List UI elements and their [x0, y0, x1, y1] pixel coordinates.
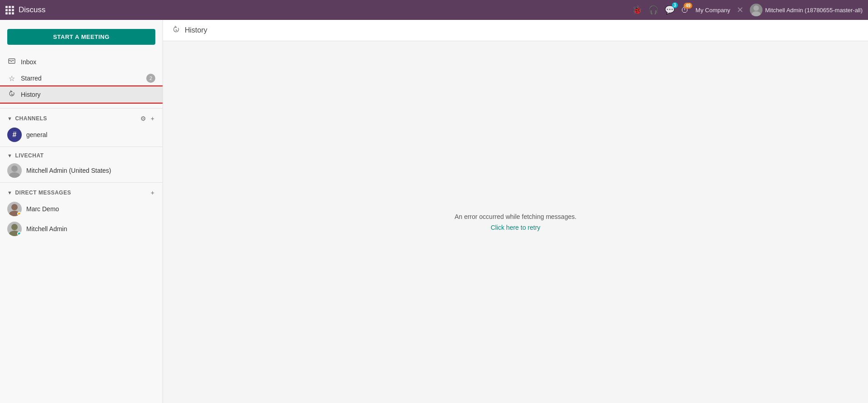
- content-header: History: [163, 20, 868, 41]
- topbar-right: 🐞 🎧 💬 3 ⏱ 49 My Company ✕ Mitchell Admin…: [632, 4, 863, 16]
- app-title: Discuss: [19, 5, 46, 14]
- livechat-chevron-icon: ▼: [7, 153, 12, 158]
- dm-actions: +: [150, 188, 155, 197]
- history-icon: [7, 90, 16, 99]
- main-container: START A MEETING Inbox ☆ Starred 2: [0, 20, 868, 403]
- livechat-section-header: ▼ LIVECHAT: [0, 149, 163, 161]
- channel-item-general[interactable]: # general: [0, 125, 163, 145]
- marc-demo-avatar: [7, 202, 22, 216]
- content-body: An error occurred while fetching message…: [163, 41, 868, 403]
- mitchell-admin-status: [17, 232, 21, 236]
- page-title: History: [185, 26, 207, 34]
- general-channel-avatar: #: [7, 128, 22, 142]
- apps-grid-icon[interactable]: [5, 6, 14, 14]
- error-message: An error occurred while fetching message…: [455, 213, 576, 220]
- svg-point-1: [752, 11, 761, 16]
- sidebar-top: START A MEETING: [0, 20, 163, 50]
- sidebar-item-history[interactable]: History: [0, 86, 163, 103]
- svg-point-0: [753, 5, 759, 11]
- sidebar-divider-2: [0, 147, 163, 147]
- topbar-left: Discuss: [5, 5, 628, 14]
- dm-chevron-icon: ▼: [7, 190, 12, 195]
- svg-point-7: [11, 204, 18, 210]
- channels-settings-button[interactable]: ⚙: [139, 114, 147, 123]
- company-name: My Company: [695, 7, 730, 14]
- marc-demo-label: Marc Demo: [26, 205, 59, 213]
- clock-badge: 49: [684, 3, 692, 9]
- topbar-separator: ✕: [737, 5, 743, 15]
- svg-point-9: [11, 224, 18, 230]
- retry-link[interactable]: Click here to retry: [491, 224, 541, 231]
- clock-icon[interactable]: ⏱ 49: [681, 5, 689, 15]
- channels-label: CHANNELS: [15, 115, 47, 122]
- starred-label: Starred: [21, 75, 42, 82]
- mitchell-admin-avatar: [7, 222, 22, 236]
- svg-point-6: [9, 172, 20, 178]
- start-meeting-button[interactable]: START A MEETING: [7, 29, 155, 45]
- history-page-icon: [172, 25, 180, 35]
- bug-icon[interactable]: 🐞: [632, 5, 642, 15]
- sidebar-divider-1: [0, 108, 163, 109]
- dm-section-header: ▼ DIRECT MESSAGES +: [0, 185, 163, 199]
- inbox-icon: [7, 57, 16, 66]
- channels-section-header: ▼ CHANNELS ⚙ +: [0, 110, 163, 125]
- channels-actions: ⚙ +: [139, 114, 155, 123]
- sidebar-nav: Inbox ☆ Starred 2 History: [0, 50, 163, 106]
- chat-badge: 3: [672, 2, 678, 8]
- user-avatar: [750, 4, 762, 16]
- svg-point-5: [11, 166, 18, 172]
- dm-label: DIRECT MESSAGES: [15, 190, 71, 196]
- channels-chevron-icon: ▼: [7, 116, 12, 121]
- mitchell-admin-label: Mitchell Admin: [26, 225, 67, 232]
- sidebar-item-starred[interactable]: ☆ Starred 2: [0, 70, 163, 86]
- marc-demo-status: [17, 212, 21, 216]
- content-area: History An error occurred while fetching…: [163, 20, 868, 403]
- dm-item-mitchell-admin[interactable]: Mitchell Admin: [0, 219, 163, 239]
- sidebar-divider-3: [0, 182, 163, 183]
- dm-item-marc-demo[interactable]: Marc Demo: [0, 199, 163, 219]
- dm-add-button[interactable]: +: [150, 188, 155, 197]
- user-name: Mitchell Admin (18780655-master-all): [765, 7, 863, 14]
- mitchell-us-label: Mitchell Admin (United States): [26, 167, 111, 174]
- channels-add-button[interactable]: +: [150, 114, 155, 123]
- support-icon[interactable]: 🎧: [648, 5, 658, 15]
- livechat-label: LIVECHAT: [15, 152, 43, 159]
- user-info[interactable]: Mitchell Admin (18780655-master-all): [750, 4, 863, 16]
- mitchell-us-avatar: [7, 163, 22, 178]
- chat-icon[interactable]: 💬 3: [665, 5, 675, 15]
- sidebar-item-inbox[interactable]: Inbox: [0, 54, 163, 70]
- starred-badge: 2: [146, 74, 155, 83]
- livechat-item-mitchell-us[interactable]: Mitchell Admin (United States): [0, 161, 163, 180]
- topbar: Discuss 🐞 🎧 💬 3 ⏱ 49 My Company ✕ Mitche…: [0, 0, 868, 20]
- sidebar: START A MEETING Inbox ☆ Starred 2: [0, 20, 163, 403]
- history-label: History: [21, 91, 41, 98]
- inbox-label: Inbox: [21, 58, 36, 66]
- general-channel-label: general: [26, 131, 48, 138]
- starred-icon: ☆: [7, 74, 16, 83]
